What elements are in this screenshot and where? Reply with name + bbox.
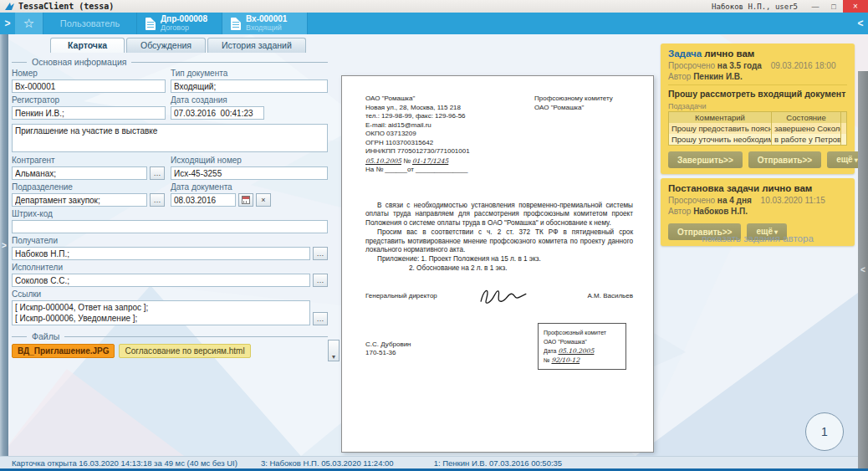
recipients-label: Получатели: [12, 236, 328, 246]
document-icon: [231, 18, 241, 30]
tab-subtitle: Договор: [161, 23, 207, 33]
created-label: Дата создания: [171, 95, 264, 105]
links-box[interactable]: [ Искпр-000004, Ответ на запрос ];[ Искп…: [12, 300, 310, 325]
clear-date-button[interactable]: ×: [256, 193, 271, 207]
tab-subtitle: Входящий: [246, 23, 287, 33]
files-list: ВД_Приглашение.JPG Согласование по верси…: [12, 344, 328, 358]
status-modified: 3: Набоков Н.П. 05.03.2020 11:24:00: [261, 458, 394, 468]
counterparty-select-button[interactable]: …: [150, 166, 165, 180]
card-view-tabs: Карточка Обсуждения История заданий: [50, 38, 306, 53]
column-header: [840, 112, 846, 123]
doc-paragraph: В связи с необходимостью установления по…: [365, 202, 633, 228]
document-preview-page[interactable]: ОАО "Ромашка" Новая ул., 28, Москва, 115…: [341, 75, 654, 453]
task-scope: лично вам: [762, 183, 812, 193]
recipients-input[interactable]: [12, 247, 310, 260]
status-opened: Карточка открыта 16.03.2020 14:13:18 за …: [12, 458, 237, 468]
main-tab-bar: > ☆ Пользователь Дпр-000008 Договор Вх-0…: [0, 13, 868, 34]
maximize-button[interactable]: □: [825, 0, 843, 13]
counterparty-input[interactable]: [12, 166, 147, 180]
page-number-indicator[interactable]: 1: [805, 412, 844, 451]
performers-label: Исполнители: [12, 263, 328, 273]
favorites-tab[interactable]: ☆: [15, 13, 43, 34]
author-label: Автор: [668, 72, 691, 81]
doc-type-label: Тип документа: [171, 69, 328, 79]
app-window: TessaClient (tessa) Набоков Н.П., user5 …: [0, 0, 868, 471]
doc-stamp: Профсоюзный комитет ОАО "Ромашка" Дата 0…: [538, 323, 626, 370]
file-chip[interactable]: ВД_Приглашение.JPG: [12, 344, 115, 358]
created-input[interactable]: [171, 106, 264, 120]
author-label: Автор: [668, 207, 691, 216]
links-label: Ссылки: [12, 289, 328, 299]
doc-addressee-block: Профсоюзному комитету ОАО "Ромашка": [534, 95, 633, 175]
task-message: Прошу рассмотреть входящий документ: [668, 88, 847, 100]
doc-type-input[interactable]: [171, 79, 328, 93]
column-header: Комментарий: [669, 112, 771, 123]
calendar-icon: [242, 196, 250, 204]
doc-date-input[interactable]: [171, 193, 236, 207]
link-item[interactable]: [ Искпр-000006, Уведомление ];: [15, 314, 137, 323]
section-files: Файлы: [12, 331, 328, 341]
subject-textarea[interactable]: Приглашение на участие в выставке: [12, 124, 328, 152]
links-select-button[interactable]: …: [313, 312, 328, 325]
tabbar-spacer: [308, 13, 853, 34]
department-select-button[interactable]: …: [150, 193, 165, 207]
chevron-left-icon: <: [860, 265, 865, 274]
table-row[interactable]: Прошу предоставить пояснения завершено С…: [669, 123, 846, 134]
calendar-button[interactable]: [238, 193, 253, 207]
file-chip[interactable]: Согласование по версиям.html: [119, 344, 250, 358]
task-type: Постановка задачи: [668, 183, 759, 193]
doc-date-label: Дата документа: [171, 182, 271, 192]
tab-number: Дпр-000008: [161, 14, 207, 23]
send-button[interactable]: Отправить>>: [748, 151, 821, 168]
doc-attachment-line: Приложение: 1. Проект Положения на 15 л.…: [365, 255, 633, 264]
barcode-label: Штрих-код: [12, 209, 328, 219]
doc-signer-name: А.М. Васильев: [588, 292, 633, 299]
department-input[interactable]: [12, 193, 147, 207]
link-item[interactable]: [ Искпр-000004, Ответ на запрос ];: [15, 303, 148, 312]
performers-select-button[interactable]: …: [313, 274, 328, 287]
minimize-button[interactable]: —: [806, 0, 825, 13]
complete-button[interactable]: Завершить>>: [668, 151, 743, 168]
doc-paragraph: Просим вас в соответствии с ч. 2 ст. 372…: [365, 228, 633, 255]
overdue-label: Просрочено: [668, 61, 715, 70]
tab-card[interactable]: Карточка: [50, 38, 125, 53]
star-icon: ☆: [23, 16, 34, 31]
barcode-input[interactable]: [12, 220, 328, 233]
outgoing-number-label: Исходящий номер: [171, 156, 328, 166]
recipients-select-button[interactable]: …: [313, 247, 328, 260]
task-author: Пенкин И.В.: [693, 72, 743, 81]
titlebar: TessaClient (tessa) Набоков Н.П., user5 …: [0, 0, 868, 13]
overdue-value: на 4 дня: [717, 196, 752, 205]
doc-attachment-line: 2. Обоснование на 2 л. в 1 экз.: [365, 264, 633, 274]
column-header: Состояние: [771, 112, 840, 123]
tab-contract[interactable]: Дпр-000008 Договор: [137, 13, 222, 34]
tab-user[interactable]: Пользователь: [43, 13, 137, 34]
tabs-scroll-right-icon[interactable]: <: [853, 13, 868, 34]
tabs-scroll-left-icon[interactable]: >: [0, 13, 15, 34]
registrar-input[interactable]: [12, 106, 166, 120]
close-button[interactable]: ×: [843, 0, 868, 13]
tab-number: Вх-000001: [246, 14, 287, 23]
task-deadline: 09.03.2016 18:00: [771, 61, 836, 70]
number-input[interactable]: [12, 79, 166, 93]
tab-discussions[interactable]: Обсуждения: [126, 38, 206, 53]
show-author-tasks-link[interactable]: показать задания автора: [661, 233, 855, 243]
files-scroll-button[interactable]: ▾: [328, 340, 340, 361]
doc-signer-title: Генеральный директор: [365, 292, 437, 299]
section-main-info: Основная информация: [12, 57, 328, 67]
doc-reg-date: 05.10.2005: [365, 157, 401, 165]
card-form: Основная информация Номер Тип документа …: [12, 54, 328, 358]
right-panel-splitter[interactable]: <: [858, 71, 868, 468]
doc-reg-number: 01-17/1245: [412, 157, 448, 165]
status-created: 1: Пенкин И.В. 07.03.2016 00:50:35: [434, 458, 563, 468]
left-panel-splitter[interactable]: >: [0, 34, 8, 456]
outgoing-number-input[interactable]: [171, 166, 328, 180]
document-icon: [146, 18, 156, 30]
app-logo-icon: [4, 2, 15, 11]
current-user-label: Набоков Н.П., user5: [712, 3, 798, 11]
tab-incoming[interactable]: Вх-000001 Входящий: [222, 13, 308, 34]
table-row[interactable]: Прошу уточнить необходимо... в работе у …: [669, 134, 846, 145]
task-type: Задача: [668, 49, 702, 59]
performers-input[interactable]: [12, 274, 310, 287]
tab-task-history[interactable]: История заданий: [207, 38, 306, 53]
